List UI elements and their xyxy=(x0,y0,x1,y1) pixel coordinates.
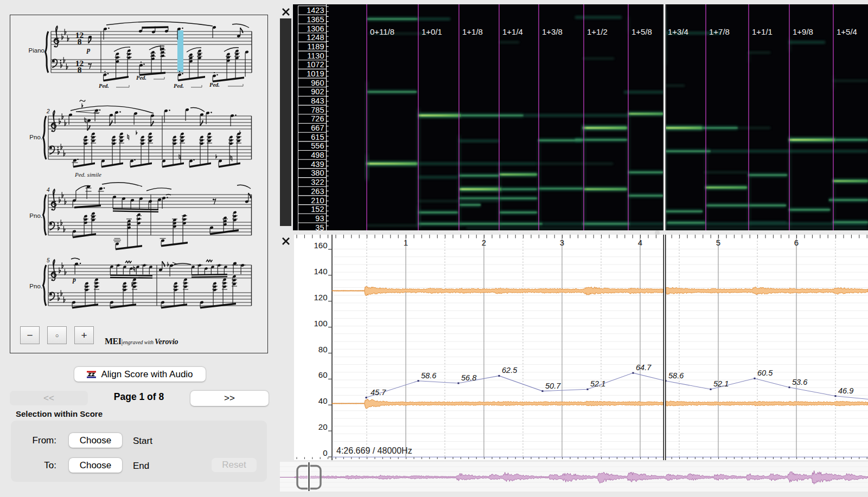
svg-text:843: 843 xyxy=(311,96,324,105)
svg-text:1423: 1423 xyxy=(307,6,324,15)
svg-text:902: 902 xyxy=(311,87,324,96)
svg-text:62.5: 62.5 xyxy=(502,366,518,375)
svg-text:5: 5 xyxy=(47,257,50,263)
svg-text:52.1: 52.1 xyxy=(713,379,729,388)
svg-text:210: 210 xyxy=(311,196,324,205)
svg-text:Piano: Piano xyxy=(29,47,44,54)
svg-text:60.5: 60.5 xyxy=(757,369,773,377)
svg-text:4:26.669 / 48000Hz: 4:26.669 / 48000Hz xyxy=(336,446,412,455)
svg-text:45.7: 45.7 xyxy=(371,388,386,397)
svg-text:58.6: 58.6 xyxy=(421,371,437,380)
svg-text:Ped.: Ped. xyxy=(174,83,184,89)
svg-text:1: 1 xyxy=(404,238,408,247)
svg-text:20: 20 xyxy=(318,422,328,431)
svg-text:93: 93 xyxy=(315,214,324,223)
svg-text:667: 667 xyxy=(311,124,324,132)
svg-text:p: p xyxy=(86,46,91,54)
svg-text:152: 152 xyxy=(311,205,324,214)
svg-text:615: 615 xyxy=(311,133,324,141)
svg-text:1+3/8: 1+3/8 xyxy=(542,27,563,36)
svg-text:35: 35 xyxy=(315,223,324,231)
svg-text:1+7/8: 1+7/8 xyxy=(709,27,730,36)
svg-text:1365: 1365 xyxy=(307,15,324,24)
svg-text:1+1/1: 1+1/1 xyxy=(752,27,773,36)
svg-text:1+5/8: 1+5/8 xyxy=(631,27,652,36)
svg-text:1019: 1019 xyxy=(307,69,324,78)
svg-text:2: 2 xyxy=(482,238,486,247)
svg-text:3: 3 xyxy=(560,238,564,247)
svg-text:380: 380 xyxy=(311,169,324,177)
svg-text:1306: 1306 xyxy=(307,24,324,33)
svg-text:58.6: 58.6 xyxy=(668,371,684,380)
svg-text:160: 160 xyxy=(314,241,327,250)
svg-text:Ped.: Ped. xyxy=(136,75,146,81)
svg-text:5: 5 xyxy=(716,238,720,247)
svg-text:0+11/8: 0+11/8 xyxy=(370,27,394,36)
svg-text:Ped. simile: Ped. simile xyxy=(74,171,101,178)
svg-text:100: 100 xyxy=(314,319,327,328)
svg-text:Pno.: Pno. xyxy=(29,212,42,219)
svg-text:322: 322 xyxy=(311,178,324,186)
svg-text:1189: 1189 xyxy=(307,42,324,51)
svg-text:Pno.: Pno. xyxy=(29,283,42,289)
svg-text:498: 498 xyxy=(311,151,324,159)
svg-text:960: 960 xyxy=(311,79,324,87)
svg-text:50.7: 50.7 xyxy=(545,382,561,390)
svg-text:120: 120 xyxy=(314,293,327,302)
svg-text:1+1/2: 1+1/2 xyxy=(587,27,608,36)
svg-text:439: 439 xyxy=(311,160,324,169)
svg-text:556: 556 xyxy=(311,141,324,150)
svg-text:0: 0 xyxy=(323,448,327,457)
svg-text:140: 140 xyxy=(314,267,327,276)
svg-text:56.8: 56.8 xyxy=(461,373,476,382)
svg-text:60: 60 xyxy=(318,370,328,379)
svg-text:1+3/4: 1+3/4 xyxy=(668,27,688,36)
svg-text:8: 8 xyxy=(78,65,82,74)
svg-text:1+9/8: 1+9/8 xyxy=(793,27,813,36)
svg-text:263: 263 xyxy=(311,187,324,196)
svg-text:2: 2 xyxy=(46,108,50,114)
svg-text:4: 4 xyxy=(638,238,642,247)
svg-text:p: p xyxy=(72,276,76,283)
svg-text:Ped.: Ped. xyxy=(209,82,220,88)
svg-text:1072: 1072 xyxy=(307,60,324,69)
svg-text:53.6: 53.6 xyxy=(792,378,808,386)
svg-text:Pno.: Pno. xyxy=(29,134,42,140)
svg-text:8: 8 xyxy=(78,37,82,46)
svg-text:80: 80 xyxy=(318,345,328,354)
svg-text:4: 4 xyxy=(47,187,50,193)
svg-text:1+1/4: 1+1/4 xyxy=(502,27,523,36)
svg-text:64.7: 64.7 xyxy=(636,363,652,372)
svg-text:1+5/4: 1+5/4 xyxy=(837,27,857,36)
svg-text:1+1/8: 1+1/8 xyxy=(462,27,483,36)
svg-text:785: 785 xyxy=(311,106,324,114)
svg-text:1248: 1248 xyxy=(307,33,324,42)
svg-text:52.1: 52.1 xyxy=(590,379,605,388)
svg-text:6: 6 xyxy=(794,238,799,247)
svg-text:1130: 1130 xyxy=(307,51,324,60)
svg-text:Ped.: Ped. xyxy=(99,83,109,89)
svg-text:46.9: 46.9 xyxy=(838,386,853,395)
svg-text:40: 40 xyxy=(318,396,328,405)
svg-text:726: 726 xyxy=(311,114,324,123)
svg-text:1+0/1: 1+0/1 xyxy=(422,27,442,36)
